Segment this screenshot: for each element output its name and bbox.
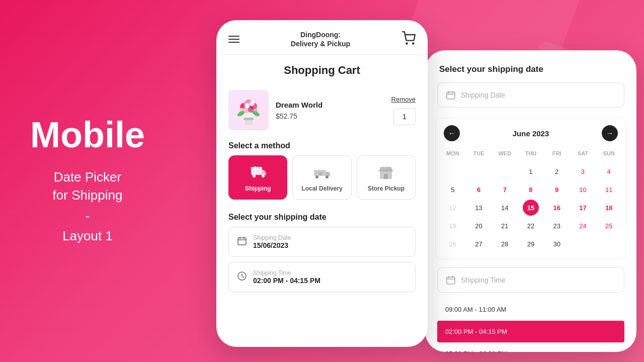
app-title: DingDoong: Delivery & Pickup — [291, 30, 350, 48]
calendar-cell[interactable]: 16 — [549, 200, 565, 216]
svg-rect-38 — [447, 277, 455, 284]
svg-point-22 — [326, 175, 329, 178]
p2-time-placeholder: Shipping Time — [461, 276, 506, 284]
calendar-cell[interactable]: 21 — [497, 218, 513, 234]
calendar-cell[interactable]: 6 — [471, 182, 487, 198]
date-value: 15/06/2023 — [253, 241, 291, 249]
calendar-cell[interactable]: 18 — [601, 200, 617, 216]
calendar-cell[interactable]: 13 — [471, 200, 487, 216]
calendar-cell[interactable]: 24 — [575, 218, 591, 234]
day-thu: THU — [518, 148, 544, 160]
svg-rect-27 — [238, 238, 246, 245]
p2-time-input[interactable]: Shipping Time — [437, 267, 624, 293]
day-fri: FRI — [544, 148, 570, 160]
date-field[interactable]: Shipping Date 15/06/2023 — [228, 227, 416, 257]
calendar-cell[interactable]: 23 — [549, 218, 565, 234]
quantity-box[interactable]: 1 — [393, 108, 416, 125]
cart-item-actions: Remove 1 — [391, 96, 416, 125]
calendar-cell — [575, 236, 591, 252]
svg-point-21 — [315, 175, 318, 178]
calendar-cell[interactable]: 1 — [523, 163, 539, 179]
method-section-label: Select a method — [216, 136, 428, 155]
calendar-cell[interactable]: 10 — [575, 182, 591, 198]
day-mon: MON — [440, 148, 466, 160]
calendar-cell — [497, 163, 513, 179]
calendar-cell — [445, 163, 461, 179]
local-delivery-label: Local Delivery — [301, 185, 342, 192]
time-placeholder: Shipping Time — [253, 269, 320, 277]
calendar-cell[interactable]: 26 — [445, 236, 461, 252]
method-local-delivery[interactable]: Local Delivery — [292, 155, 351, 200]
cart-item-name: Dream World — [276, 101, 384, 109]
clock-icon — [237, 271, 247, 283]
calendar-cell[interactable]: 27 — [471, 236, 487, 252]
phone-mockup-2: Select your shipping date Shipping Date … — [425, 50, 636, 352]
calendar-cell[interactable]: 28 — [497, 236, 513, 252]
calendar-cell — [471, 163, 487, 179]
calendar-cell[interactable]: 8 — [523, 182, 539, 198]
calendar-cell[interactable]: 5 — [445, 182, 461, 198]
calendar-cell[interactable]: 11 — [601, 182, 617, 198]
left-panel: Mobile Date Picker for Shipping - Layout… — [30, 117, 145, 245]
svg-point-11 — [245, 103, 250, 108]
svg-point-1 — [413, 43, 414, 44]
calendar-cell[interactable]: 19 — [445, 218, 461, 234]
cal-prev-button[interactable]: ← — [444, 125, 460, 141]
hamburger-menu[interactable] — [228, 36, 239, 43]
svg-rect-16 — [244, 118, 254, 120]
p2-date-input[interactable]: Shipping Date — [437, 82, 624, 108]
p2-calendar-icon — [446, 90, 456, 100]
calendar-cell[interactable]: 29 — [523, 236, 539, 252]
svg-rect-26 — [384, 174, 388, 179]
cart-button[interactable] — [401, 31, 416, 47]
cal-month-year: June 2023 — [513, 129, 549, 138]
calendar-cell[interactable]: 15 — [523, 200, 539, 216]
remove-button[interactable]: Remove — [391, 96, 416, 103]
svg-point-18 — [253, 174, 256, 177]
cart-item-price: $52.75 — [276, 112, 384, 120]
p2-clock-icon — [446, 275, 456, 285]
calendar-cell[interactable]: 2 — [549, 163, 565, 179]
calendar-cell[interactable]: 14 — [497, 200, 513, 216]
calendar-grid: 1234567891011121314151617181920212223242… — [436, 160, 626, 259]
svg-line-33 — [242, 276, 244, 278]
page-subtitle: Date Picker for Shipping - Layout 1 — [30, 168, 145, 245]
svg-point-12 — [250, 101, 255, 106]
calendar-cell[interactable]: 30 — [549, 236, 565, 252]
time-slot[interactable]: 05:00 PM - 06:30 PM — [437, 343, 624, 352]
date-placeholder: Shipping Date — [253, 234, 291, 241]
method-shipping[interactable]: Shipping — [228, 155, 287, 200]
calendar-cell[interactable]: 22 — [523, 218, 539, 234]
phone1-header: DingDoong: Delivery & Pickup — [216, 20, 428, 55]
svg-point-19 — [262, 174, 265, 177]
svg-rect-34 — [447, 92, 455, 99]
page-title: Mobile — [30, 117, 145, 153]
day-sun: SUN — [596, 148, 622, 160]
method-store-pickup[interactable]: Store Pickup — [357, 155, 416, 200]
calendar-cell — [601, 236, 617, 252]
calendar-cell[interactable]: 4 — [601, 163, 617, 179]
cal-next-button[interactable]: → — [602, 125, 618, 141]
day-sat: SAT — [570, 148, 596, 160]
cart-item-details: Dream World $52.75 — [276, 101, 384, 120]
calendar-cell[interactable]: 3 — [575, 163, 591, 179]
p2-header-title: Select your shipping date — [425, 50, 636, 82]
svg-point-0 — [406, 43, 407, 44]
date-field-content: Shipping Date 15/06/2023 — [253, 234, 291, 249]
calendar-day-names: MON TUE WED THU FRI SAT SUN — [436, 148, 626, 160]
time-field-content: Shipping Time 02:00 PM - 04:15 PM — [253, 269, 320, 285]
calendar-icon — [237, 236, 247, 248]
calendar-cell[interactable]: 25 — [601, 218, 617, 234]
time-slot[interactable]: 02:00 PM - 04:15 PM — [437, 321, 624, 343]
time-field[interactable]: Shipping Time 02:00 PM - 04:15 PM — [228, 262, 416, 292]
calendar-cell[interactable]: 7 — [497, 182, 513, 198]
calendar-cell[interactable]: 20 — [471, 218, 487, 234]
shopping-cart-title: Shopping Cart — [216, 55, 428, 84]
time-value: 02:00 PM - 04:15 PM — [253, 277, 320, 285]
time-slot[interactable]: 09:00 AM - 11:00 AM — [437, 299, 624, 321]
calendar-cell[interactable]: 12 — [445, 200, 461, 216]
calendar-cell[interactable]: 17 — [575, 200, 591, 216]
calendar-cell[interactable]: 9 — [549, 182, 565, 198]
shipping-date-section: Select your shipping date Shipping Date … — [216, 200, 428, 292]
time-slots: 09:00 AM - 11:00 AM02:00 PM - 04:15 PM05… — [437, 299, 624, 352]
